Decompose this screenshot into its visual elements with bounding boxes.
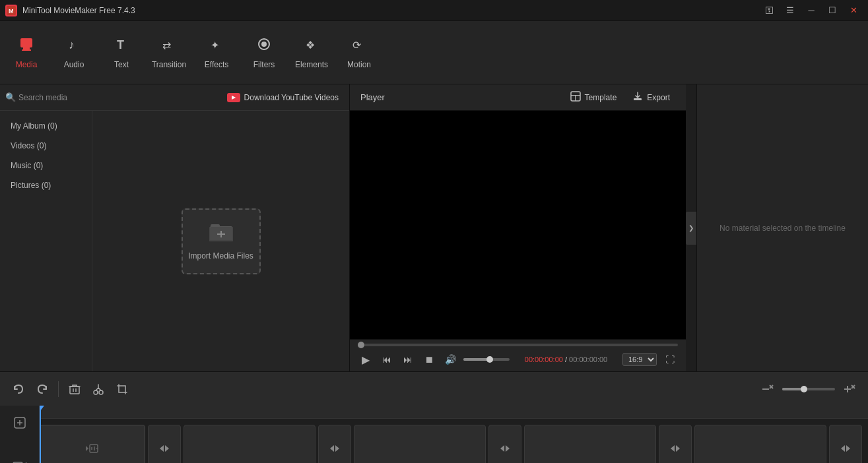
cut-button[interactable] [88,379,109,400]
redo-button[interactable] [32,379,53,400]
ratio-select[interactable]: 16:9 4:3 1:1 9:16 [622,353,657,366]
time-current: 00:00:00:00 [525,355,563,363]
right-area: ❯ No material selected on the timeline [686,84,868,371]
workspace: 🔍 Search media Download YouTube Videos M… [0,84,868,463]
delete-button[interactable] [64,379,85,400]
search-label: Search media [18,93,67,102]
zoom-controls [757,379,860,400]
svg-text:T: T [117,38,124,51]
app-title: MiniTool MovieMaker Free 7.4.3 [22,6,754,15]
toolbar-text[interactable]: T Text [98,26,145,79]
zoom-slider[interactable] [782,388,835,390]
toolbar-transition[interactable]: ⇄ Transition [145,26,193,79]
progress-handle[interactable] [358,342,364,348]
timeline-ruler-area [40,406,868,463]
collapse-sidebar-button[interactable]: ❯ [686,212,696,245]
transition-clip-4[interactable] [659,425,692,464]
timeline-divider-1 [58,381,59,397]
fullscreen-button[interactable]: ⛶ [662,352,678,367]
svg-rect-33 [847,386,848,392]
playhead-triangle [40,406,44,411]
toolbar-media[interactable]: Media [3,26,50,79]
video-screen [350,111,686,339]
title-controls: ⚿ ☰ ─ ☐ ✕ [760,4,863,17]
close-button[interactable]: ✕ [844,4,863,17]
audio-icon: ♪ [66,36,82,56]
volume-slider[interactable] [463,358,510,361]
media-toolbar: 🔍 Search media Download YouTube Videos [0,84,349,111]
text-icon: T [114,36,129,56]
upper-area: 🔍 Search media Download YouTube Videos M… [0,84,868,371]
zoom-handle [801,386,807,392]
nav-my-album[interactable]: My Album (0) [0,116,92,136]
no-selection-text: No material selected on the timeline [709,213,856,243]
minimize-button[interactable]: ─ [802,4,820,17]
transition-icon: ⇄ [161,36,177,56]
player-area-wrapper: Player Template [350,84,868,371]
svg-text:❖: ❖ [306,40,315,51]
export-label: Export [647,93,670,102]
playhead [40,406,41,463]
template-label: Template [585,93,617,102]
next-button[interactable]: ⏭ [400,352,416,367]
media-label: Media [16,60,38,69]
prev-button[interactable]: ⏮ [379,352,395,367]
transition-clip-1[interactable] [148,425,181,464]
stop-button[interactable]: ⏹ [421,352,437,367]
key-button[interactable]: ⚿ [760,4,778,17]
search-area: 🔍 Search media [5,92,219,102]
crop-button[interactable] [112,379,133,400]
toolbar-elements[interactable]: ❖ Elements [288,26,335,79]
yt-download-label: Download YouTube Videos [244,93,339,102]
import-media-button[interactable]: Import Media Files [182,208,261,274]
yt-download-button[interactable]: Download YouTube Videos [222,93,344,102]
svg-rect-29 [762,388,769,390]
progress-bar[interactable] [358,344,678,346]
timeline-left-icons [0,406,40,463]
main-clip[interactable] [40,425,145,464]
template-icon [570,91,581,104]
svg-text:⟳: ⟳ [352,40,362,51]
toolbar-effects[interactable]: ✦ Effects [193,26,240,79]
left-panel: 🔍 Search media Download YouTube Videos M… [0,84,350,371]
segment-1[interactable] [184,425,316,464]
segment-2[interactable] [354,425,486,464]
video-track-row [40,419,868,463]
segment-3[interactable] [524,425,656,464]
text-label: Text [114,60,129,69]
svg-rect-4 [22,49,31,51]
transition-clip-5[interactable] [829,425,862,464]
maximize-button[interactable]: ☐ [823,4,842,17]
filters-label: Filters [253,60,275,69]
undo-button[interactable] [8,379,29,400]
svg-point-27 [94,390,98,394]
transition-clip-3[interactable] [488,425,521,464]
player-controls: ▶ ⏮ ⏭ ⏹ 🔊 00:00:00:00 / 00:00:00:00 [350,339,686,371]
zoom-in-icon [839,379,860,400]
add-track-button[interactable] [9,412,30,433]
toolbar-motion[interactable]: ⟳ Motion [335,26,383,79]
play-button[interactable]: ▶ [358,352,374,367]
export-button[interactable]: Export [627,88,675,106]
template-button[interactable]: Template [565,88,622,106]
audio-label: Audio [64,60,84,69]
toolbar-audio[interactable]: ♪ Audio [50,26,98,79]
motion-label: Motion [347,60,371,69]
transition-clip-2[interactable] [318,425,351,464]
toolbar-filters[interactable]: Filters [240,26,288,79]
menu-button[interactable]: ☰ [781,4,799,17]
player-panel: Player Template [350,84,686,371]
toolbar: Media ♪ Audio T Text ⇄ Transition ✦ [0,21,868,84]
title-bar: M MiniTool MovieMaker Free 7.4.3 ⚿ ☰ ─ ☐… [0,0,868,21]
segment-4[interactable] [694,425,826,464]
player-label: Player [360,92,385,102]
timeline-tracks[interactable] [40,406,868,463]
nav-pictures[interactable]: Pictures (0) [0,175,92,195]
nav-music[interactable]: Music (0) [0,156,92,175]
nav-videos[interactable]: Videos (0) [0,136,92,156]
timeline-ruler [40,406,868,419]
filters-icon [256,36,272,56]
volume-button[interactable]: 🔊 [442,352,458,367]
app-icon: M [5,5,17,16]
svg-rect-23 [634,98,642,100]
